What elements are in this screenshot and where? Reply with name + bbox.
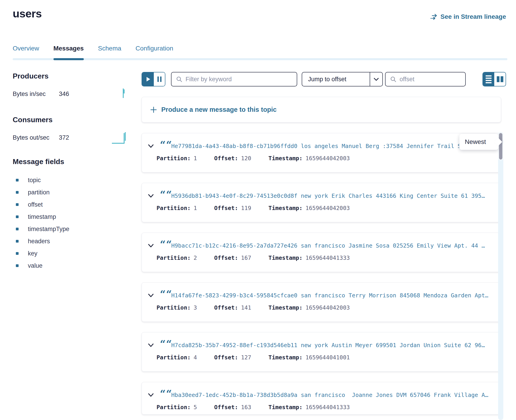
field-bullet-icon — [16, 252, 19, 255]
chevron-down-icon — [370, 77, 382, 81]
pause-icon — [160, 76, 162, 82]
tab-configuration[interactable]: Configuration — [135, 45, 173, 60]
message-meta: Partition:1 Offset:120 Timestamp:1659644… — [156, 155, 350, 162]
field-label: timestamp — [28, 213, 56, 220]
tab-overview[interactable]: Overview — [13, 45, 39, 60]
bytes-out-metric: Bytes out/sec 372 — [13, 132, 135, 143]
message-row[interactable]: ““ H14fa67fe-5823-4299-b3c4-595845cfcae0… — [142, 282, 501, 322]
message-row[interactable]: ““ He77981da-4a43-48ab-b8f8-cb71b96ffdd0… — [142, 133, 501, 172]
message-summary: H9bacc71c-b12c-4216-8e95-2a7da727e426 sa… — [171, 242, 497, 249]
quote-icons: ““ — [160, 289, 172, 299]
message-meta: Partition:2 Offset:167 Timestamp:1659644… — [156, 255, 350, 261]
field-bullet-icon — [16, 215, 19, 218]
bytes-out-sparkline-icon — [111, 130, 132, 144]
produce-message-button[interactable]: Produce a new message to this topic — [142, 97, 501, 122]
filter-field — [171, 72, 297, 86]
column-view-icon — [497, 76, 500, 82]
partition-value: 5 — [194, 404, 197, 411]
message-summary: He77981da-4a43-48ab-b8f8-cb71b96ffdd0 lo… — [171, 143, 497, 149]
timestamp-label: Timestamp: — [269, 255, 303, 261]
message-row[interactable]: ““ H9bacc71c-b12c-4216-8e95-2a7da727e426… — [142, 233, 501, 272]
expand-chevron-icon[interactable] — [147, 243, 154, 248]
bytes-in-sparkline-icon — [121, 87, 126, 98]
quote-icons: ““ — [160, 389, 172, 399]
field-label: topic — [28, 177, 41, 184]
field-label: value — [28, 262, 43, 269]
offset-label: Offset: — [214, 255, 238, 261]
tab-schema[interactable]: Schema — [98, 45, 121, 60]
message-meta: Partition:3 Offset:141 Timestamp:1659644… — [156, 304, 350, 311]
offset-search-field — [385, 72, 466, 86]
play-button[interactable] — [142, 72, 154, 86]
timestamp-value: 1659644042003 — [306, 155, 350, 162]
play-icon — [146, 77, 150, 82]
expand-chevron-icon[interactable] — [147, 144, 154, 149]
offset-label: Offset: — [214, 354, 238, 361]
bytes-out-value: 372 — [59, 134, 69, 141]
topic-page: users See in Stream lineage Overview Mes… — [0, 0, 516, 420]
offset-search-input[interactable] — [400, 76, 465, 83]
column-view-button[interactable] — [494, 72, 506, 86]
offset-value: 167 — [241, 255, 251, 261]
consumers-heading: Consumers — [13, 116, 135, 124]
message-field-partition[interactable]: partition — [13, 186, 135, 198]
message-row[interactable]: ““ Hba30eed7-1edc-452b-8b1a-738d3b5d8a9a… — [142, 382, 501, 415]
quote-icons: ““ — [160, 190, 172, 200]
quote-icons: ““ — [160, 240, 172, 250]
message-field-key[interactable]: key — [13, 247, 135, 260]
field-label: key — [28, 250, 37, 257]
tab-messages[interactable]: Messages — [54, 45, 84, 60]
field-bullet-icon — [16, 179, 19, 181]
lineage-link-label: See in Stream lineage — [440, 13, 506, 20]
see-in-stream-lineage-link[interactable]: See in Stream lineage — [430, 13, 506, 20]
timestamp-value: 1659644041333 — [306, 255, 350, 261]
field-label: timestampType — [28, 226, 69, 233]
message-field-timestamp[interactable]: timestamp — [13, 211, 135, 223]
message-field-value[interactable]: value — [13, 260, 135, 272]
expand-chevron-icon[interactable] — [147, 194, 154, 198]
message-summary: H14fa67fe-5823-4299-b3c4-595845cfcae0 sa… — [171, 292, 497, 299]
partition-value: 1 — [194, 205, 197, 211]
expand-chevron-icon[interactable] — [147, 343, 154, 348]
partition-label: Partition: — [156, 354, 191, 361]
field-label: partition — [28, 189, 50, 196]
expand-chevron-icon[interactable] — [147, 293, 154, 298]
message-row[interactable]: ““ H5936db81-b943-4e0f-8c29-74513e0c0d8f… — [142, 183, 501, 222]
messages-scrollbar-thumb[interactable] — [499, 133, 502, 159]
timestamp-value: 1659644042003 — [306, 205, 350, 211]
field-label: offset — [28, 201, 43, 208]
offset-label: Offset: — [214, 205, 238, 211]
bytes-out-label: Bytes out/sec — [13, 134, 59, 141]
message-row[interactable]: ““ H7cda825b-35b7-4952-88ef-c193d546eb11… — [142, 332, 501, 372]
offset-label: Offset: — [214, 304, 238, 311]
message-summary: Hba30eed7-1edc-452b-8b1a-738d3b5d8a9a sa… — [171, 392, 497, 398]
messages-scrollbar-track[interactable] — [498, 132, 503, 420]
jump-to-offset-select[interactable]: Jump to offset — [302, 72, 383, 86]
bytes-in-label: Bytes in/sec — [13, 90, 59, 98]
partition-value: 4 — [194, 354, 197, 361]
message-field-headers[interactable]: headers — [13, 235, 135, 247]
offset-label: Offset: — [214, 155, 238, 162]
list-view-button[interactable] — [483, 72, 494, 86]
plus-icon — [150, 106, 157, 113]
partition-label: Partition: — [156, 205, 191, 211]
expand-chevron-icon[interactable] — [147, 393, 154, 398]
timestamp-value: 1659644041001 — [306, 354, 350, 361]
page-title: users — [13, 7, 42, 20]
message-field-offset[interactable]: offset — [13, 198, 135, 211]
sidebar: Producers Bytes in/sec 346 Consumers Byt… — [13, 72, 135, 272]
pause-button[interactable] — [154, 72, 165, 86]
timestamp-label: Timestamp: — [269, 304, 303, 311]
offset-value: 119 — [241, 205, 251, 211]
message-meta: Partition:5 Offset:163 Timestamp:1659644… — [156, 404, 350, 411]
message-field-topic[interactable]: topic — [13, 174, 135, 186]
filter-keyword-input[interactable] — [185, 76, 297, 83]
partition-label: Partition: — [156, 255, 191, 261]
message-summary: H7cda825b-35b7-4952-88ef-c193d546eb11 ne… — [171, 342, 497, 348]
jump-to-offset-value: Jump to offset — [302, 76, 370, 83]
play-pause-group — [142, 72, 165, 86]
message-field-timestamptype[interactable]: timestampType — [13, 223, 135, 235]
field-bullet-icon — [16, 191, 19, 194]
offset-value: 141 — [241, 304, 251, 311]
search-icon — [390, 76, 396, 82]
